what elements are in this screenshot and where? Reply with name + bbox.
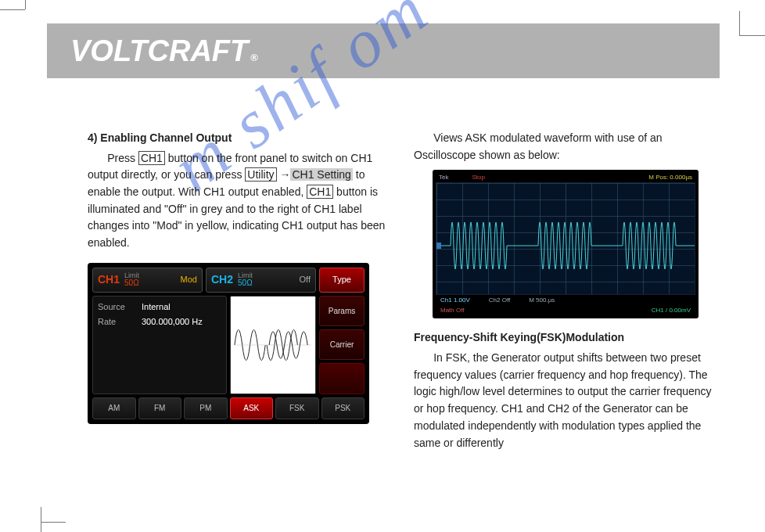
brand-registered-icon: ®	[248, 52, 258, 63]
brand-banner: VOLTCRAFT ®	[47, 23, 720, 78]
crop-mark	[41, 522, 66, 523]
page-content: 4) Enabling Channel Output Press CH1 but…	[88, 130, 718, 501]
device-screenshot: CH1 Limit 50Ω Mod CH2 Limit 50Ω Off Type	[88, 263, 369, 424]
key-label-ch1: CH1	[138, 151, 165, 165]
scope-waveform-icon	[436, 183, 695, 308]
ch2-state-off: Off	[300, 273, 311, 286]
brand-logo: VOLTCRAFT ®	[70, 34, 258, 68]
param-key: Source	[98, 300, 134, 314]
softkey-ch1-setting: CH1 Setting	[290, 168, 352, 181]
device-preview-wave	[230, 296, 316, 394]
type-button: Type	[319, 268, 365, 293]
scope-brand: Tek	[439, 173, 448, 182]
carrier-button: Carrier	[319, 329, 365, 360]
device-channel-header: CH1 Limit 50Ω Mod CH2 Limit 50Ω Off Type	[92, 268, 365, 293]
crop-mark	[0, 9, 25, 10]
ch2-panel: CH2 Limit 50Ω Off	[206, 268, 316, 293]
tab-am: AM	[92, 397, 136, 419]
right-column: Views ASK modulated waveform with use of…	[414, 130, 718, 501]
crop-mark	[25, 0, 26, 9]
tab-fsk: FSK	[275, 397, 319, 419]
ch1-label: CH1	[98, 271, 120, 289]
scope-runstate: Stop	[472, 173, 484, 182]
section-heading: 4) Enabling Channel Output	[88, 130, 392, 147]
tab-pm: PM	[184, 397, 228, 419]
param-key: Rate	[98, 315, 134, 329]
ch2-label: CH2	[211, 271, 233, 289]
crop-mark	[740, 35, 765, 36]
channel-marker-icon	[436, 243, 441, 249]
ch2-impedance: 50Ω	[238, 279, 253, 287]
ch1-impedance: 50Ω	[124, 279, 139, 287]
wave-icon	[231, 298, 315, 392]
modulation-tabs: AM FM PM ASK FSK PSK	[92, 397, 365, 419]
intro-paragraph: Views ASK modulated waveform with use of…	[414, 130, 718, 164]
section-paragraph: Press CH1 button on the front panel to s…	[88, 150, 392, 252]
text-run: Press	[88, 152, 135, 164]
scope-top-bar: Tek Stop M Pos: 0.000µs	[436, 173, 695, 182]
param-value: 300.000,000 Hz	[142, 315, 203, 329]
scope-mpos: M Pos: 0.000µs	[648, 173, 692, 182]
brand-text: VOLTCRAFT	[70, 34, 248, 68]
crop-mark	[41, 507, 41, 532]
tab-psk: PSK	[321, 397, 365, 419]
device-side-buttons: Params Carrier	[319, 296, 365, 394]
param-value: Internal	[142, 300, 171, 314]
fsk-heading: Frequency-Shift Keying(FSK)Modulation	[414, 329, 718, 347]
params-button: Params	[319, 296, 365, 326]
device-params-table: Source Internal Rate 300.000,000 Hz	[92, 296, 227, 394]
scope-plot-area	[436, 182, 695, 295]
table-row: Source Internal	[98, 300, 221, 315]
crop-mark	[739, 11, 740, 36]
fsk-paragraph: In FSK, the Generator output shifts betw…	[414, 350, 718, 451]
oscilloscope-screenshot: Tek Stop M Pos: 0.000µs	[433, 170, 699, 318]
side-button-empty	[319, 363, 365, 394]
tab-ask: ASK	[230, 397, 274, 419]
table-row: Rate 300.000,000 Hz	[98, 315, 221, 329]
ch1-state-mod: Mod	[181, 273, 197, 286]
key-label-utility: Utility	[245, 167, 276, 182]
device-middle: Source Internal Rate 300.000,000 Hz	[92, 296, 365, 394]
ch1-panel: CH1 Limit 50Ω Mod	[92, 268, 203, 293]
arrow-icon: →	[279, 168, 290, 181]
key-label-ch1: CH1	[307, 185, 333, 199]
left-column: 4) Enabling Channel Output Press CH1 but…	[88, 130, 392, 501]
tab-fm: FM	[138, 397, 182, 419]
